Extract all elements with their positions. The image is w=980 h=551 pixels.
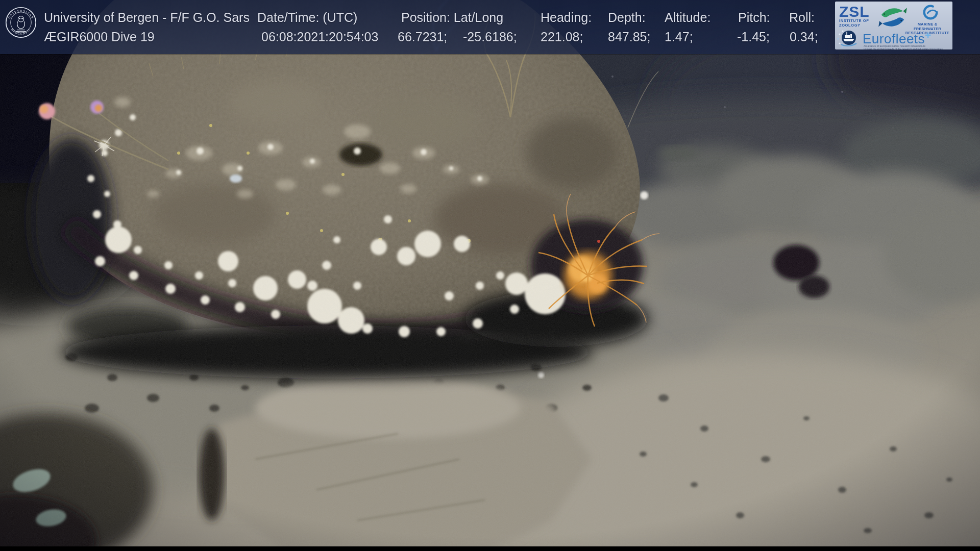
- vessel-title: University of Bergen - F/F G.O. Sars: [44, 10, 250, 25]
- eurofleets-tagline-line2: to meet the evolving needs of the resear…: [864, 48, 950, 50]
- vignette: [0, 0, 980, 551]
- letterbox-bar: [0, 546, 980, 551]
- roll-value: 0.34;: [790, 29, 818, 44]
- position-long-value: -25.6186;: [463, 29, 517, 44]
- position-label: Position: Lat/Long: [401, 10, 503, 25]
- telemetry-overlay-bar: UNIVERSITAS BERGENSIS University of Berg…: [0, 0, 980, 54]
- altitude-label: Altitude:: [665, 10, 710, 25]
- depth-label: Depth:: [608, 10, 646, 25]
- partner-logos-panel: ZSL INSTITUTE OF ZOOLOGY MARINE & FRESHW…: [835, 2, 952, 49]
- zsl-line2: ZOOLOGY: [839, 23, 875, 28]
- zsl-acronym: ZSL: [839, 5, 875, 19]
- datetime-label: Date/Time: (UTC): [257, 10, 357, 25]
- mfri-swirl-icon: [920, 3, 941, 22]
- eurofleets-ship-icon: [837, 29, 861, 49]
- position-lat-value: 66.7231;: [398, 29, 447, 44]
- pitch-value: -1.45;: [737, 29, 770, 44]
- altitude-value: 1.47;: [665, 29, 693, 44]
- datetime-value: 06:08:2021:20:54:03: [261, 29, 378, 44]
- pitch-label: Pitch:: [738, 10, 770, 25]
- heading-label: Heading:: [541, 10, 592, 25]
- underwater-scene: [0, 0, 980, 551]
- roll-label: Roll:: [789, 10, 815, 25]
- eurofleets-plus: +: [925, 29, 932, 41]
- eurofleets-tagline: An alliance of European marine research …: [864, 45, 950, 49]
- zsl-logo: ZSL INSTITUTE OF ZOOLOGY: [839, 5, 875, 28]
- university-of-bergen-logo: UNIVERSITAS BERGENSIS: [4, 6, 38, 39]
- depth-value: 847.85;: [608, 29, 650, 44]
- heading-value: 221.08;: [541, 29, 583, 44]
- dive-title: ÆGIR6000 Dive 19: [44, 29, 155, 44]
- rov-video-frame: UNIVERSITAS BERGENSIS University of Berg…: [0, 0, 980, 551]
